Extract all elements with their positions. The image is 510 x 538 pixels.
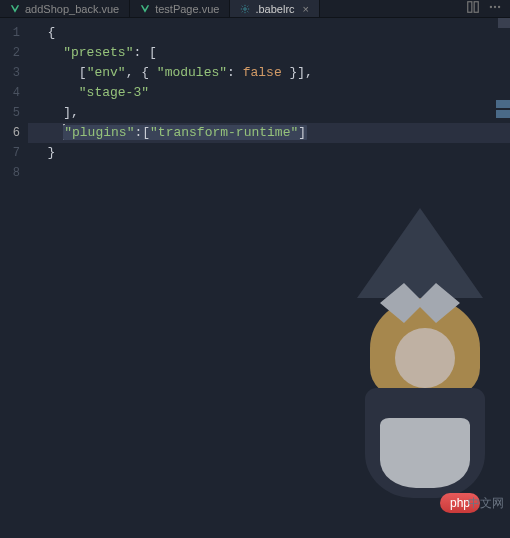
code-line[interactable] bbox=[28, 163, 510, 183]
line-number: 5 bbox=[0, 103, 20, 123]
code-line[interactable]: "presets": [ bbox=[28, 43, 510, 63]
line-number: 7 bbox=[0, 143, 20, 163]
close-icon[interactable]: × bbox=[303, 3, 309, 15]
tab-bar: addShop_back.vue testPage.vue .babelrc × bbox=[0, 0, 510, 18]
line-number: 2 bbox=[0, 43, 20, 63]
svg-rect-1 bbox=[468, 1, 472, 12]
code-line[interactable]: "plugins":["transform-runtime"] bbox=[28, 123, 510, 143]
editor[interactable]: 1 2 3 4 5 6 7 8 { "presets": [ ["env", {… bbox=[0, 18, 510, 538]
code-area[interactable]: { "presets": [ ["env", { "modules": fals… bbox=[28, 18, 510, 538]
tab-babelrc[interactable]: .babelrc × bbox=[230, 0, 320, 17]
vue-icon bbox=[10, 4, 20, 14]
tab-label: addShop_back.vue bbox=[25, 3, 119, 15]
svg-point-4 bbox=[494, 5, 496, 7]
line-number: 1 bbox=[0, 23, 20, 43]
tab-bar-actions bbox=[466, 0, 510, 18]
marker[interactable] bbox=[496, 100, 510, 108]
line-number: 3 bbox=[0, 63, 20, 83]
svg-point-3 bbox=[490, 5, 492, 7]
line-number: 4 bbox=[0, 83, 20, 103]
code-line[interactable]: } bbox=[28, 143, 510, 163]
line-number: 8 bbox=[0, 163, 20, 183]
svg-point-5 bbox=[498, 5, 500, 7]
svg-point-0 bbox=[244, 7, 247, 10]
code-line[interactable]: "stage-3" bbox=[28, 83, 510, 103]
settings-icon bbox=[240, 4, 250, 14]
line-number: 6 bbox=[0, 123, 20, 143]
more-icon[interactable] bbox=[488, 0, 502, 18]
code-line[interactable]: { bbox=[28, 23, 510, 43]
code-line[interactable]: ["env", { "modules": false }], bbox=[28, 63, 510, 83]
svg-rect-2 bbox=[474, 1, 478, 12]
overview-ruler bbox=[498, 18, 508, 538]
tab-label: testPage.vue bbox=[155, 3, 219, 15]
watermark-text: 中文网 bbox=[468, 495, 504, 512]
tab-label: .babelrc bbox=[255, 3, 294, 15]
tab-testpage[interactable]: testPage.vue bbox=[130, 0, 230, 17]
tab-addshop[interactable]: addShop_back.vue bbox=[0, 0, 130, 17]
code-line[interactable]: ], bbox=[28, 103, 510, 123]
vue-icon bbox=[140, 4, 150, 14]
line-gutter: 1 2 3 4 5 6 7 8 bbox=[0, 18, 28, 538]
compare-icon[interactable] bbox=[466, 0, 480, 18]
marker[interactable] bbox=[496, 110, 510, 118]
